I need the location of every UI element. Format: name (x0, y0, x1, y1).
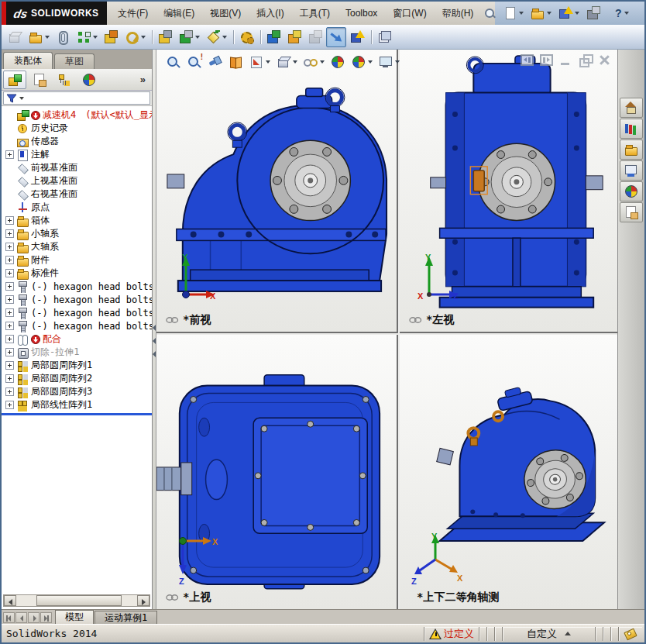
expand-toggle[interactable] (5, 150, 14, 159)
menu-item[interactable]: 文件(F) (110, 2, 156, 25)
open-insert-dropdown-button[interactable] (26, 27, 52, 47)
edit-appearance-button[interactable] (328, 52, 348, 72)
tree-item-hexagon-bolt-2[interactable]: (-) hexagon head bolts-fu (3, 293, 152, 306)
document-restore-button[interactable] (579, 54, 592, 66)
tree-horizontal-scrollbar[interactable] (3, 594, 150, 607)
search-button[interactable] (484, 2, 495, 25)
tree-item-housing-folder[interactable]: 箱体 (3, 214, 152, 227)
menu-item[interactable]: 工具(T) (292, 2, 338, 25)
tree-item-mates[interactable]: 配合 (3, 332, 152, 346)
file-properties-button[interactable] (583, 3, 603, 23)
menu-item[interactable]: 编辑(E) (156, 2, 202, 25)
expand-toggle[interactable] (5, 216, 14, 225)
separator[interactable] (149, 27, 154, 47)
viewport-front[interactable]: Y X *前视 (156, 50, 398, 333)
scroll-right-button[interactable] (137, 595, 149, 606)
display-style-button[interactable] (273, 52, 300, 72)
smart-fasteners-button[interactable] (101, 27, 121, 47)
tab-scroll-first-button[interactable] (3, 612, 15, 623)
expand-toggle[interactable] (5, 361, 14, 370)
help-button[interactable]: ? (605, 3, 631, 23)
expand-toggle[interactable] (5, 282, 14, 291)
expand-toggle[interactable] (5, 256, 14, 264)
expand-toggle[interactable] (5, 229, 14, 238)
move-component-button[interactable] (122, 27, 148, 47)
tab-scroll-next-button[interactable] (28, 612, 40, 623)
tree-item-reducer-assembly[interactable]: 减速机4(默认<默认_显示状 (3, 108, 152, 122)
tree-item-front-plane[interactable]: 前视基准面 (3, 161, 152, 174)
viewport-left[interactable]: Y Z X *左视 (400, 50, 617, 333)
tree-item-hexagon-bolt-1[interactable]: (-) hexagon head bolts-fu (3, 280, 152, 293)
zoom-to-fit-button[interactable] (163, 52, 183, 72)
expand-panel-button[interactable]: » (136, 74, 150, 85)
expand-toggle[interactable] (5, 401, 14, 409)
document-minimize-button[interactable] (559, 54, 572, 66)
separator[interactable] (230, 27, 235, 47)
expand-toggle[interactable] (5, 348, 14, 356)
overdefined-status[interactable]: 过定义 (424, 627, 479, 641)
appearances-scenes-tab[interactable] (620, 181, 643, 201)
tree-item-sensors[interactable]: 传感器 (3, 135, 152, 148)
expand-toggle[interactable] (5, 308, 14, 317)
linear-component-pattern-button[interactable] (74, 27, 100, 47)
displaymanager-tab[interactable] (77, 71, 101, 89)
new-motion-study-button[interactable] (236, 27, 256, 47)
configurationmanager-tab[interactable] (53, 71, 76, 89)
tree-item-top-plane[interactable]: 上视基准面 (3, 174, 152, 188)
menu-item[interactable]: 帮助(H) (435, 2, 482, 25)
tree-item-small-shaft-folder[interactable]: 小轴系 (3, 227, 152, 240)
insert-component-button[interactable] (5, 27, 25, 47)
next-document-button[interactable] (540, 54, 553, 66)
rebuild-button[interactable] (555, 3, 582, 23)
model-tab[interactable]: 模型 (55, 610, 94, 624)
assembly-xpert-button[interactable] (347, 27, 367, 47)
tree-item-origin[interactable]: 原点 (3, 201, 152, 214)
viewport-isometric[interactable]: Y X Z *上下二等角轴测 (400, 335, 617, 609)
tree-item-hexagon-bolt-3[interactable]: (-) hexagon head bolts-fu (3, 306, 152, 319)
collapse-panel-arrows[interactable] (153, 325, 156, 357)
assembly-features-button[interactable] (176, 27, 202, 47)
previous-view-button[interactable] (204, 52, 225, 72)
expand-toggle[interactable] (5, 269, 14, 277)
propertymanager-tab[interactable] (28, 71, 51, 89)
exploded-view-button[interactable] (284, 27, 304, 47)
show-hidden-components-button[interactable] (155, 27, 175, 47)
solidworks-resources-tab[interactable] (620, 98, 643, 118)
tree-item-cut-extrude-1[interactable]: 切除-拉伸1 (3, 346, 152, 359)
view-orientation-button[interactable] (246, 52, 273, 72)
tab-scroll-prev-button[interactable] (15, 612, 27, 623)
tree-item-large-shaft-folder[interactable]: 大轴系 (3, 240, 152, 253)
hide-show-items-button[interactable] (301, 52, 327, 72)
tree-item-annotations[interactable]: 注解 (3, 148, 152, 161)
motion-study-tab[interactable]: 运动算例1 (94, 611, 157, 624)
reference-geometry-button[interactable] (203, 27, 229, 47)
file-explorer-tab[interactable] (620, 139, 643, 160)
tag-status[interactable] (618, 627, 642, 641)
scroll-thumb[interactable] (36, 595, 122, 606)
tree-item-circular-pattern-1[interactable]: 局部圆周阵列1 (3, 359, 152, 372)
bill-of-materials-button[interactable] (263, 27, 283, 47)
expand-toggle[interactable] (5, 243, 14, 251)
view-palette-tab[interactable] (620, 160, 643, 181)
tree-item-linear-pattern-1[interactable]: 局部线性阵列1 (3, 398, 152, 412)
expand-toggle[interactable] (5, 322, 14, 330)
tree-item-attachments-folder[interactable]: 附件 (3, 253, 152, 267)
menu-item[interactable]: 插入(I) (249, 2, 291, 25)
design-library-tab[interactable] (620, 119, 643, 139)
custom-properties-tab[interactable] (620, 202, 643, 222)
separator[interactable] (257, 27, 263, 47)
document-close-button[interactable] (598, 54, 611, 66)
expand-toggle[interactable] (5, 374, 14, 383)
mate-button[interactable] (53, 27, 73, 47)
apply-scene-button[interactable] (349, 52, 375, 72)
tree-item-right-plane[interactable]: 右视基准面 (3, 188, 152, 201)
zoom-to-area-button[interactable]: ! (184, 52, 204, 72)
explode-line-sketch-button[interactable] (305, 27, 325, 47)
tab-assembly[interactable]: 装配体 (3, 52, 53, 69)
view-settings-button[interactable] (376, 52, 402, 72)
menu-item[interactable]: 视图(V) (202, 2, 249, 25)
scroll-left-button[interactable] (4, 595, 16, 606)
tree-item-hexagon-bolt-4[interactable]: (-) hexagon head bolts-fu (3, 319, 152, 332)
custom-status-dropdown[interactable]: 自定义 (502, 627, 595, 641)
tree-item-history[interactable]: 历史记录 (3, 122, 152, 135)
